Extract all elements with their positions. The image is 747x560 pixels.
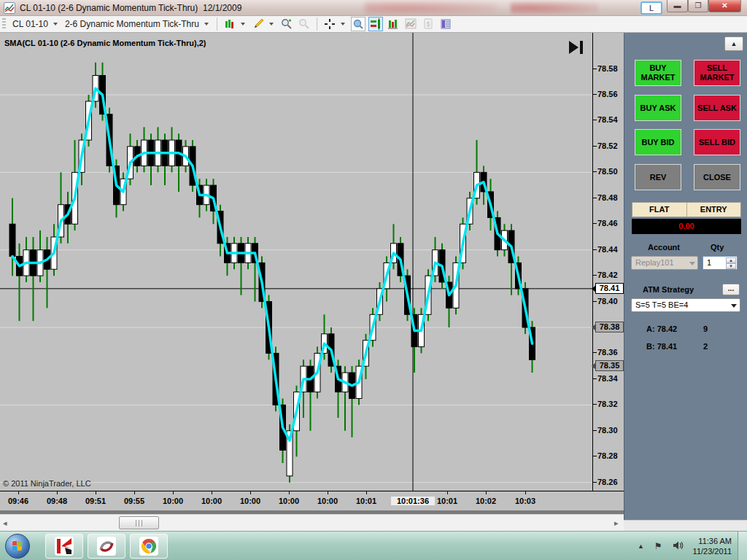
- chevron-down-icon[interactable]: [53, 23, 58, 26]
- action-center-flag-icon[interactable]: ⚑: [654, 541, 662, 551]
- go-to-last-bar-icon[interactable]: [568, 40, 585, 58]
- language-bar-button[interactable]: L: [640, 1, 662, 15]
- time-tick: [18, 491, 19, 494]
- qty-up-icon[interactable]: ▲: [726, 257, 736, 263]
- time-tick-label: 10:02: [465, 497, 506, 505]
- chevron-down-icon[interactable]: [341, 23, 345, 26]
- tray-time: 11:36 AM: [693, 536, 732, 546]
- buy-ask-button[interactable]: BUY ASK: [635, 95, 681, 121]
- time-tick: [96, 491, 96, 494]
- zoom-in-icon[interactable]: [279, 17, 294, 31]
- indicator-label: SMA(CL 01-10 (2-6 Dynamic Momentum Tick-…: [4, 39, 206, 47]
- marker-notch: [592, 324, 596, 331]
- chart-trader-icon[interactable]: [368, 17, 383, 31]
- price-tick-label: 78.54: [593, 115, 624, 124]
- chart-panel: SMA(CL 01-10 (2-6 Dynamic Momentum Tick-…: [0, 33, 624, 531]
- instrument-selector[interactable]: CL 01-10: [9, 19, 51, 29]
- bid-size: 2: [703, 342, 708, 351]
- close-position-button[interactable]: CLOSE: [694, 164, 740, 190]
- toolbar-grip[interactable]: [2, 18, 6, 30]
- account-select[interactable]: Replay101: [631, 256, 698, 270]
- drawing-tools-icon[interactable]: [251, 17, 266, 31]
- kaspersky-icon: [55, 537, 74, 556]
- qty-label: Qty: [711, 243, 724, 252]
- price-tick-label: 78.30: [593, 426, 624, 435]
- time-axis[interactable]: 09:4609:4809:5109:5510:0010:0010:0010:00…: [0, 491, 624, 510]
- quantity-stepper[interactable]: 1 ▲ ▼: [703, 256, 738, 270]
- tray-clock[interactable]: 11:36 AM 11/23/2011: [693, 536, 732, 556]
- price-tick-label: 78.32: [593, 400, 624, 408]
- marker-notch: [592, 285, 596, 292]
- line-chart-icon[interactable]: [403, 17, 418, 31]
- taskbar-app-ninjatrader[interactable]: [88, 534, 125, 559]
- price-tick-label: 78.58: [593, 64, 624, 73]
- sell-ask-button[interactable]: SELL ASK: [694, 95, 740, 121]
- minimize-button[interactable]: ▬: [667, 0, 688, 12]
- time-tick-label: 10:00: [191, 497, 232, 505]
- window-chart-icon: [4, 2, 15, 14]
- flat-state-label: FLAT: [632, 203, 687, 217]
- candle-body: [9, 224, 15, 256]
- account-performance-icon[interactable]: $: [421, 17, 436, 31]
- system-tray: ▲ ⚑ 11:36 AM 11/23/2011: [632, 532, 747, 560]
- zoom-out-icon[interactable]: [297, 17, 311, 31]
- price-tick-label: 78.26: [593, 478, 624, 486]
- restore-button[interactable]: ❐: [688, 0, 708, 12]
- atm-strategy-select[interactable]: S=5 T=5 BE=4: [631, 298, 740, 312]
- windows-logo-icon: [12, 541, 23, 551]
- toolbar-separator: [217, 18, 217, 31]
- volume-bars-icon[interactable]: [386, 17, 400, 31]
- series-selector[interactable]: 2-6 Dynamic Momentum Tick-Thru: [62, 19, 202, 29]
- price-tick-label: 78.50: [593, 167, 624, 176]
- region-magnifier-icon[interactable]: [351, 17, 365, 31]
- chart-toolbar: CL 01-10 2-6 Dynamic Momentum Tick-Thru: [0, 16, 747, 33]
- buy-market-button[interactable]: BUY MARKET: [635, 60, 681, 86]
- close-button[interactable]: ✕: [708, 0, 741, 12]
- price-tick-label: 78.46: [593, 219, 624, 228]
- unrealized-pnl: 0.00: [632, 219, 741, 234]
- taskbar-app-kaspersky[interactable]: [45, 534, 83, 559]
- position-state-strip: FLAT ENTRY: [632, 202, 741, 217]
- chart-trader-panel: ▲ BUY MARKET SELL MARKET BUY ASK SELL AS…: [624, 33, 747, 520]
- horizontal-scrollbar[interactable]: ◂ ▸: [0, 514, 624, 531]
- data-box-icon[interactable]: [438, 17, 453, 31]
- time-tick: [525, 491, 526, 494]
- account-label: Account: [648, 243, 680, 252]
- chevron-down-icon[interactable]: [241, 23, 245, 26]
- show-desktop-button[interactable]: [738, 532, 747, 560]
- order-price-marker[interactable]: 78.38: [595, 322, 624, 332]
- sell-market-button[interactable]: SELL MARKET: [694, 60, 740, 86]
- volume-icon[interactable]: [673, 540, 684, 553]
- chart-style-icon[interactable]: [222, 17, 237, 31]
- scroll-left-icon[interactable]: ◂: [3, 518, 7, 528]
- sell-bid-button[interactable]: SELL BID: [694, 129, 740, 155]
- crosshair-icon[interactable]: [322, 17, 337, 31]
- start-button[interactable]: [5, 534, 30, 559]
- price-tick-label: 78.42: [593, 271, 624, 279]
- time-tick-label: 10:03: [505, 497, 546, 505]
- buy-bid-button[interactable]: BUY BID: [635, 129, 681, 155]
- atm-strategy-more-button[interactable]: ...: [722, 284, 740, 295]
- chevron-down-icon[interactable]: [204, 23, 209, 26]
- scroll-right-icon[interactable]: ▸: [614, 518, 619, 528]
- ninjatrader-icon: [97, 537, 116, 556]
- show-hidden-icons[interactable]: ▲: [638, 542, 644, 550]
- scrollbar-grip: [136, 520, 144, 526]
- price-tick-label: 78.36: [593, 348, 624, 357]
- chevron-down-icon[interactable]: [269, 23, 274, 26]
- reverse-button[interactable]: REV: [635, 164, 681, 190]
- price-axis[interactable]: 78.5878.5678.5478.5278.5078.4878.4678.44…: [592, 33, 624, 491]
- order-price-marker[interactable]: 78.35: [595, 360, 624, 371]
- time-tick: [289, 491, 290, 494]
- time-tick-label: 10:01: [346, 497, 387, 505]
- marker-notch: [592, 362, 596, 370]
- collapse-panel-button[interactable]: ▲: [724, 36, 743, 51]
- taskbar-app-chrome[interactable]: [130, 534, 168, 559]
- price-tick-label: 78.48: [593, 193, 624, 202]
- scrollbar-thumb[interactable]: [119, 516, 159, 529]
- price-plot[interactable]: [0, 33, 592, 491]
- qty-down-icon[interactable]: ▼: [726, 263, 736, 269]
- price-tick-label: 78.52: [593, 141, 624, 150]
- current-price-marker[interactable]: 78.41: [595, 283, 624, 294]
- entry-state-label: ENTRY: [687, 203, 741, 217]
